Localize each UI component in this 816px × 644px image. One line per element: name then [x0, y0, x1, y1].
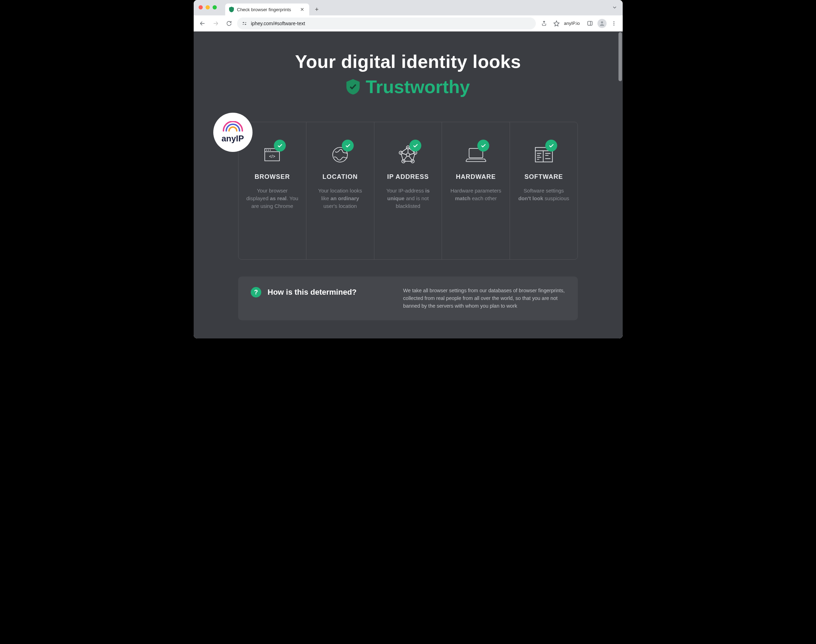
- toolbar-right: anyIP.io: [539, 18, 619, 29]
- bookmark-star-icon[interactable]: [551, 18, 562, 29]
- check-icon: [545, 140, 557, 152]
- window-close-button[interactable]: [198, 5, 203, 9]
- svg-rect-2: [588, 21, 592, 25]
- shield-icon: [346, 79, 360, 95]
- info-header: ? How is this determined?: [251, 287, 389, 297]
- browser-window: Check browser fingerprints ✕ + iphey.com…: [194, 0, 623, 339]
- svg-point-5: [613, 21, 614, 22]
- svg-text:</>: </>: [269, 154, 276, 159]
- hero-title: Your digital identity looks: [194, 51, 623, 72]
- card-desc: Hardware parameters match each other: [447, 187, 505, 202]
- site-settings-icon[interactable]: [241, 20, 247, 27]
- card-title: SOFTWARE: [515, 173, 573, 181]
- status-cards-row: </> BROWSER Your browser displayed as re…: [238, 122, 578, 260]
- question-icon: ?: [251, 287, 261, 297]
- card-desc: Your location looks like an ordinary use…: [311, 187, 369, 210]
- svg-point-20: [406, 153, 409, 156]
- info-panel: ? How is this determined? We take all br…: [238, 276, 578, 320]
- tab-title: Check browser fingerprints: [237, 7, 291, 12]
- trust-status-row: Trustworthy: [194, 76, 623, 97]
- card-hardware[interactable]: HARDWARE Hardware parameters match each …: [442, 122, 510, 259]
- info-title: How is this determined?: [267, 288, 357, 297]
- card-title: HARDWARE: [447, 173, 505, 181]
- tab-favicon-shield-icon: [229, 7, 234, 12]
- new-tab-button[interactable]: +: [312, 5, 322, 14]
- window-maximize-button[interactable]: [212, 5, 217, 9]
- card-ip-address[interactable]: IP ADDRESS Your IP-address is unique and…: [374, 122, 442, 259]
- tabs-dropdown-button[interactable]: [612, 5, 617, 10]
- tab-close-button[interactable]: ✕: [299, 6, 306, 13]
- profile-avatar-button[interactable]: [598, 19, 607, 28]
- page-viewport: Your digital identity looks Trustworthy …: [194, 32, 623, 339]
- check-icon: [477, 140, 489, 152]
- card-browser[interactable]: </> BROWSER Your browser displayed as re…: [238, 122, 306, 259]
- svg-point-4: [601, 21, 603, 23]
- address-bar[interactable]: iphey.com/#software-text: [237, 17, 536, 29]
- svg-point-1: [245, 24, 246, 25]
- check-icon: [342, 140, 354, 152]
- kebab-menu-button[interactable]: [609, 18, 619, 29]
- svg-point-11: [268, 150, 269, 151]
- svg-point-7: [613, 25, 614, 26]
- svg-point-0: [243, 22, 244, 23]
- browser-toolbar: iphey.com/#software-text anyIP.io: [194, 15, 623, 32]
- card-location[interactable]: LOCATION Your location looks like an ord…: [306, 122, 374, 259]
- tab-strip: Check browser fingerprints ✕ +: [194, 0, 623, 15]
- nav-back-button[interactable]: [197, 18, 207, 29]
- card-title: IP ADDRESS: [379, 173, 437, 181]
- vertical-scrollbar[interactable]: [618, 32, 622, 81]
- card-desc: Software settings don't look suspicious: [515, 187, 573, 202]
- bookmark-label[interactable]: anyIP.io: [564, 21, 579, 26]
- card-title: BROWSER: [243, 173, 301, 181]
- svg-point-12: [270, 150, 271, 151]
- check-icon: [409, 140, 421, 152]
- check-icon: [274, 140, 286, 152]
- browser-tab[interactable]: Check browser fingerprints ✕: [225, 3, 309, 15]
- card-software[interactable]: SOFTWARE Software settings don't look su…: [510, 122, 578, 259]
- share-button[interactable]: [539, 18, 549, 29]
- card-title: LOCATION: [311, 173, 369, 181]
- card-desc: Your browser displayed as real. You are …: [243, 187, 301, 210]
- reload-button[interactable]: [224, 18, 234, 29]
- window-minimize-button[interactable]: [206, 5, 210, 9]
- svg-point-10: [266, 150, 267, 151]
- hero-section: Your digital identity looks Trustworthy: [194, 32, 623, 97]
- side-panel-button[interactable]: [585, 18, 595, 29]
- window-controls: [198, 5, 217, 9]
- nav-forward-button[interactable]: [211, 18, 221, 29]
- url-text: iphey.com/#software-text: [251, 21, 306, 26]
- card-desc: Your IP-address is unique and is not bla…: [379, 187, 437, 210]
- trust-status-text: Trustworthy: [366, 76, 470, 97]
- info-text: We take all browser settings from our da…: [403, 287, 565, 310]
- svg-point-6: [613, 23, 614, 24]
